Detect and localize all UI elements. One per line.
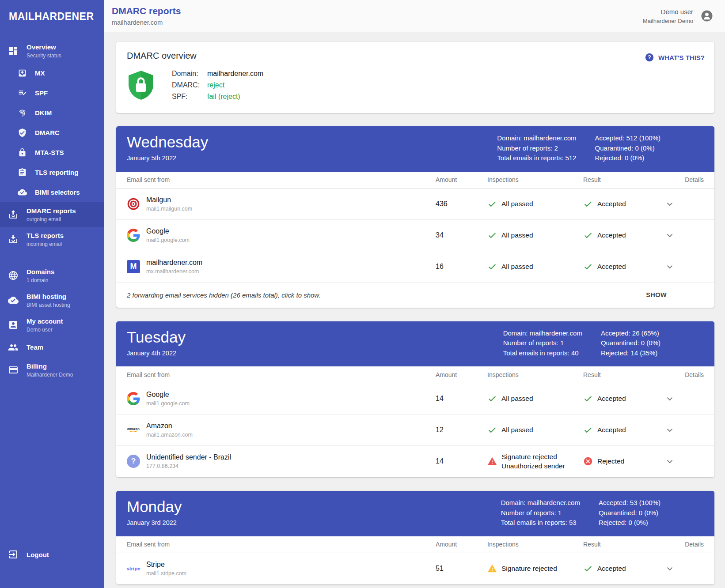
sidebar-item-spf[interactable]: SPF (0, 83, 104, 103)
check-icon (583, 230, 593, 240)
result-label: Accepted (597, 231, 626, 239)
table-row[interactable]: M mailhardener.com mx.mailhardener.com 1… (116, 251, 714, 283)
day-name: Tuesday (127, 328, 186, 346)
inspection-label: Unauthorized sender (501, 461, 565, 471)
sidebar-item-mta-sts[interactable]: MTA-STS (0, 143, 104, 162)
stat-report-count: Number of reports: 1 (501, 508, 580, 518)
table-header: Email sent from Amount Inspections Resul… (116, 536, 714, 553)
stat-quarantined: Quarantined: 0 (0%) (595, 143, 660, 154)
overview-title: DMARC overview (127, 51, 704, 61)
col-details: Details (653, 541, 704, 548)
sidebar: MAILHARDENER Overview Security status MX… (0, 0, 104, 588)
inspection-label: All passed (501, 231, 533, 239)
field-label: DMARC: (172, 79, 207, 91)
page-title: DMARC reports (112, 6, 181, 16)
day-card-monday: Monday January 3rd 2022 Domain: mailhard… (116, 491, 714, 584)
main-area: DMARC reports mailhardener.com Demo user… (104, 0, 725, 588)
chevron-down-icon[interactable] (665, 394, 675, 403)
sidebar-item-billing[interactable]: Billing Mailhardener Demo (0, 358, 104, 382)
logout-button[interactable]: Logout (0, 543, 104, 588)
show-button[interactable]: SHOW (646, 291, 667, 298)
fingerprint-icon (18, 108, 27, 117)
table-row[interactable]: Mailgun mail1.mailgun.com 436 All passed… (116, 188, 714, 220)
amount-value: 12 (436, 426, 487, 434)
user-name: Demo user (643, 8, 693, 15)
shield-check-icon (18, 128, 27, 137)
cloud-check-icon (18, 188, 27, 197)
table-row[interactable]: amazon Amazon mail1.amazon.com 12 All pa… (116, 415, 714, 446)
stat-quarantined: Quarantined: 0 (0%) (601, 338, 660, 348)
sender-name: Stripe (146, 561, 186, 569)
check-icon (583, 199, 593, 209)
check-icon (487, 425, 497, 435)
sidebar-item-dmarc-reports[interactable]: DMARC reports outgoing email (0, 202, 104, 227)
day-card-header: Tuesday January 4th 2022 Domain: mailhar… (116, 321, 714, 367)
sidebar-item-bimi-selectors[interactable]: BIMI selectors (0, 182, 104, 202)
chevron-down-icon[interactable] (665, 230, 675, 240)
day-card-header: Wednesday January 5th 2022 Domain: mailh… (116, 126, 714, 172)
stat-domain: Domain: mailhardener.com (497, 133, 576, 143)
avatar-icon[interactable] (700, 9, 714, 23)
stat-quarantined: Quarantined: 0 (0%) (599, 508, 660, 518)
sidebar-item-label: MX (35, 69, 45, 77)
sidebar-item-label: My account (27, 317, 63, 325)
table-row[interactable]: ? Unidentified sender - Brazil 177.0.86.… (116, 446, 714, 477)
sidebar-item-domains[interactable]: Domains 1 domain (0, 263, 104, 288)
table-row[interactable]: Google mail1.google.com 34 All passed Ac… (116, 220, 714, 251)
chevron-down-icon[interactable] (665, 456, 675, 466)
inspection-label: All passed (501, 395, 533, 403)
check-icon (583, 425, 593, 435)
globe-icon (8, 270, 19, 281)
user-menu[interactable]: Demo user Mailhardener Demo (643, 8, 714, 24)
stat-rejected: Rejected: 14 (35%) (601, 348, 660, 358)
col-result: Result (583, 541, 653, 548)
result-label: Accepted (597, 395, 626, 403)
field-label: SPF: (172, 91, 207, 102)
day-name: Monday (127, 498, 182, 516)
sender-domain: mail1.mailgun.com (146, 206, 192, 212)
sidebar-item-sublabel: outgoing email (27, 216, 76, 222)
sidebar-item-sublabel: incoming email (27, 241, 64, 247)
hidden-services-row[interactable]: 2 forwarding email services hidden (26 e… (116, 283, 714, 308)
sidebar-item-label: BIMI selectors (35, 188, 80, 196)
result-label: Accepted (597, 263, 626, 271)
sidebar-item-sublabel: Demo user (27, 327, 63, 333)
chevron-down-icon[interactable] (665, 425, 675, 435)
logout-label: Logout (27, 551, 49, 558)
sidebar-item-dmarc[interactable]: DMARC (0, 123, 104, 143)
app-root: MAILHARDENER Overview Security status MX… (0, 0, 725, 588)
sidebar-item-label: MTA-STS (35, 149, 64, 157)
sidebar-item-my-account[interactable]: My account Demo user (0, 313, 104, 337)
sidebar-item-team[interactable]: Team (0, 337, 104, 358)
sidebar-item-sublabel: Security status (27, 53, 61, 59)
chevron-down-icon[interactable] (665, 564, 675, 573)
col-result: Result (583, 371, 653, 378)
whats-this-link[interactable]: ? WHAT'S THIS? (645, 53, 705, 62)
inspection-label: All passed (501, 263, 533, 271)
sender-domain: mail1.stripe.com (146, 570, 186, 577)
table-row[interactable]: Google mail1.google.com 14 All passed Ac… (116, 383, 714, 415)
sidebar-item-mx[interactable]: MX (0, 63, 104, 83)
col-email-sent-from: Email sent from (127, 371, 436, 378)
sidebar-item-tls-reports[interactable]: TLS reports incoming email (0, 227, 104, 252)
top-bar: DMARC reports mailhardener.com Demo user… (104, 0, 725, 32)
stat-rejected: Rejected: 0 (0%) (599, 518, 660, 528)
amount-value: 16 (436, 263, 487, 271)
sidebar-item-label: Billing (27, 362, 73, 370)
chevron-down-icon[interactable] (665, 199, 675, 209)
sidebar-item-dkim[interactable]: DKIM (0, 103, 104, 123)
mailgun-logo-icon (127, 197, 140, 211)
sender-domain: mail1.amazon.com (146, 432, 193, 438)
cloud-check-icon (8, 295, 19, 305)
sidebar-item-overview[interactable]: Overview Security status (0, 38, 104, 63)
credit-card-icon (8, 365, 19, 375)
table-row[interactable]: stripe Stripe mail1.stripe.com 51 Signat… (116, 553, 714, 584)
day-stats: Domain: mailhardener.com Number of repor… (501, 498, 704, 528)
rejected-icon (583, 456, 593, 466)
col-amount: Amount (436, 541, 487, 548)
col-email-sent-from: Email sent from (127, 541, 436, 548)
sidebar-item-tls-reporting[interactable]: TLS reporting (0, 162, 104, 182)
sidebar-item-bimi-hosting[interactable]: BIMI hosting BIMI asset hosting (0, 288, 104, 313)
chevron-down-icon[interactable] (665, 262, 675, 271)
sidebar-nav: Overview Security status MX SPF DKIM DMA… (0, 38, 104, 543)
